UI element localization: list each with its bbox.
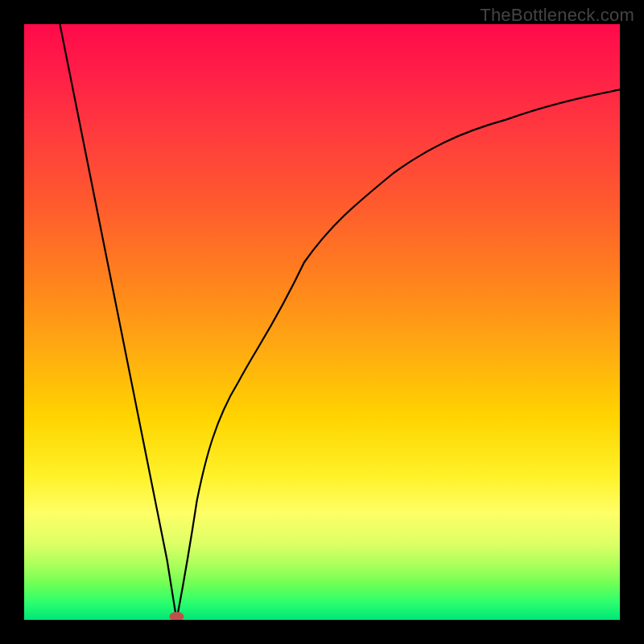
bottleneck-curve xyxy=(24,24,620,620)
plot-area xyxy=(24,24,620,620)
watermark-text: TheBottleneck.com xyxy=(480,5,634,26)
curve-right-branch xyxy=(176,89,620,620)
minimum-marker xyxy=(169,612,184,620)
chart-frame: TheBottleneck.com xyxy=(0,0,644,644)
curve-left-branch xyxy=(60,24,176,620)
